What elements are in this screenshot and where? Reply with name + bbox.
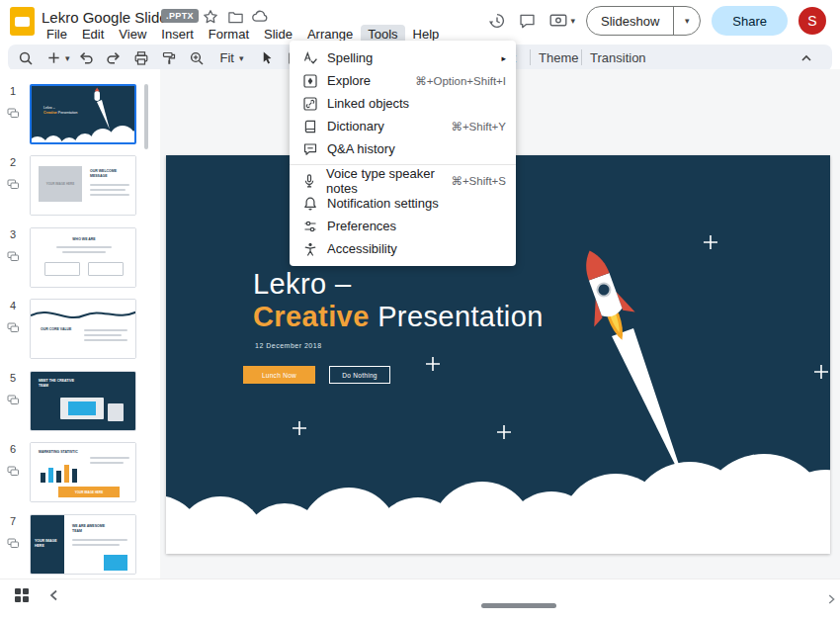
slideshow-caret-icon[interactable]: ▾	[674, 16, 700, 26]
select-cursor-icon[interactable]	[256, 47, 280, 69]
new-slide-control[interactable]: ▾	[42, 47, 70, 69]
slide-title-accent: Creative	[253, 301, 370, 332]
new-slide-caret-icon[interactable]: ▾	[65, 53, 70, 63]
menu-item-accessibility[interactable]: Accessibility	[290, 237, 516, 260]
toolbar-separator	[581, 49, 582, 65]
slide-thumbnail-2[interactable]: YOUR IMAGE HERE OUR WELCOME MESSAGE	[30, 155, 136, 216]
menubar-item-edit[interactable]: Edit	[75, 25, 111, 44]
document-title[interactable]: Lekro Google Slides	[42, 9, 175, 26]
text-line	[62, 251, 106, 253]
menu-item-linked-objects[interactable]: Linked objects	[290, 92, 516, 115]
cloud-status-icon[interactable]	[250, 7, 270, 27]
image-label: YOUR IMAGE HERE	[35, 539, 60, 548]
thumbnail-art: WHO WE ARE	[31, 228, 135, 287]
slide-indicator-icon	[7, 249, 20, 267]
transition-button[interactable]: Transition	[590, 44, 646, 71]
thumbnail-heading: WHO WE ARE	[31, 237, 136, 242]
image-panel: YOUR IMAGE HERE	[31, 515, 64, 575]
slide-thumbnail-4[interactable]: OUR CORE VALUE	[30, 299, 136, 359]
share-button[interactable]: Share	[712, 6, 788, 36]
slide-title-line1[interactable]: Lekro –	[253, 268, 352, 301]
menu-item-explore[interactable]: Explore ⌘+Option+Shift+I	[290, 69, 516, 92]
linked-objects-icon	[301, 96, 318, 112]
text-line	[90, 457, 129, 459]
hide-menus-icon[interactable]	[798, 44, 814, 71]
zoom-select[interactable]: Fit ▾	[212, 50, 252, 65]
zoom-icon[interactable]	[185, 47, 209, 69]
thumbnail-art: MEET THE CREATIVE TEAM	[31, 372, 135, 430]
star-icon[interactable]	[201, 7, 220, 27]
menu-item-voice-type[interactable]: Voice type speaker notes ⌘+Shift+S	[290, 169, 516, 192]
text-line	[84, 329, 127, 331]
menu-item-label: Dictionary	[327, 119, 384, 134]
collapse-filmstrip-icon[interactable]	[45, 586, 63, 604]
thumbnail-heading: MARKETING STATISTIC	[39, 450, 84, 455]
horizontal-scrollbar[interactable]	[481, 603, 556, 608]
present-to-meeting-control[interactable]: ▾	[548, 11, 576, 31]
slides-logo[interactable]	[10, 7, 35, 36]
slide-thumbnail-7[interactable]: YOUR IMAGE HERE WE ARE AWESOME TEAM	[30, 514, 136, 575]
paint-format-icon[interactable]	[157, 47, 181, 69]
menubar-item-view[interactable]: View	[112, 25, 153, 44]
image-placeholder: YOUR IMAGE HERE	[39, 166, 82, 202]
image-banner: YOUR IMAGE HERE	[58, 487, 120, 497]
move-folder-icon[interactable]	[225, 7, 245, 27]
plus-icon	[42, 47, 65, 69]
menubar-item-insert[interactable]: Insert	[154, 25, 201, 44]
qa-history-icon	[301, 141, 318, 157]
slide-indicator-icon	[7, 536, 20, 554]
slide-title-tail: Presentation	[370, 301, 544, 332]
grid-view-icon[interactable]	[12, 585, 32, 605]
zoom-caret-icon: ▾	[239, 53, 244, 63]
avatar[interactable]: S	[798, 7, 826, 35]
version-history-icon[interactable]	[487, 11, 507, 31]
filmstrip-panel: 1 Lekr	[0, 69, 160, 578]
filmstrip-scrollbar[interactable]	[144, 84, 148, 149]
menu-item-dictionary[interactable]: Dictionary ⌘+Shift+Y	[290, 115, 516, 137]
redo-icon[interactable]	[102, 47, 126, 69]
theme-button[interactable]: Theme	[539, 44, 578, 71]
slide-primary-button[interactable]: Lunch Now	[243, 366, 315, 384]
slideshow-label: Slideshow	[587, 14, 673, 29]
slideshow-button[interactable]: Slideshow ▾	[586, 6, 701, 36]
menu-item-notification-settings[interactable]: Notification settings	[290, 192, 516, 215]
scroll-right-icon[interactable]	[823, 591, 839, 607]
undo-icon[interactable]	[74, 47, 98, 69]
menu-item-preferences[interactable]: Preferences	[290, 215, 516, 237]
comment-icon[interactable]	[518, 11, 538, 31]
slide-title-line2[interactable]: Creative Presentation	[253, 301, 544, 333]
slide-thumbnail-3[interactable]: WHO WE ARE	[30, 227, 136, 288]
filmstrip-row: 7 YOUR IMAGE HERE WE ARE AWESOME TEAM	[0, 514, 154, 578]
slide-thumbnail-5[interactable]: MEET THE CREATIVE TEAM	[30, 371, 136, 431]
slide-indicator-icon	[7, 177, 20, 195]
text-line	[90, 462, 124, 464]
zoom-value: Fit	[220, 50, 234, 65]
slide-thumbnail-6[interactable]: MARKETING STATISTIC YOUR IMAGE HERE	[30, 442, 136, 502]
header-actions: ▾ Slideshow ▾ Share S	[487, 5, 827, 37]
thumbnail-heading: MEET THE CREATIVE TEAM	[39, 379, 78, 388]
menu-item-shortcut: ⌘+Option+Shift+I	[415, 74, 506, 88]
thumbnail-art: OUR CORE VALUE	[31, 300, 135, 358]
content-box	[44, 262, 80, 276]
filmstrip-row: 5 MEET THE CREATIVE TEAM	[0, 371, 154, 436]
slide-indicator-icon	[7, 464, 20, 482]
slide-number: 1	[10, 85, 16, 97]
menu-item-label: Spelling	[327, 50, 373, 65]
search-menus-icon[interactable]	[14, 47, 38, 69]
menu-item-qa-history[interactable]: Q&A history	[290, 137, 516, 160]
slide-thumbnail-1[interactable]: Lekro – Creative Presentation	[30, 84, 136, 144]
menubar-item-file[interactable]: File	[40, 25, 74, 44]
filmstrip-row: 1 Lekr	[0, 84, 154, 149]
menubar-item-format[interactable]: Format	[202, 25, 256, 44]
preferences-icon	[301, 219, 318, 234]
slide-date[interactable]: 12 December 2018	[255, 342, 322, 349]
slide-indicator-icon	[7, 106, 20, 124]
print-icon[interactable]	[129, 47, 153, 69]
menu-item-spelling[interactable]: Spelling ▸	[290, 46, 516, 69]
dictionary-icon	[301, 119, 318, 134]
slide-secondary-button[interactable]: Do Nothing	[329, 366, 390, 384]
thumbnail-heading: OUR WELCOME MESSAGE	[90, 169, 131, 178]
thumbnail-title: Lekro – Creative Presentation	[43, 106, 77, 116]
text-line	[56, 246, 112, 248]
caret-down-icon[interactable]: ▾	[571, 16, 576, 26]
